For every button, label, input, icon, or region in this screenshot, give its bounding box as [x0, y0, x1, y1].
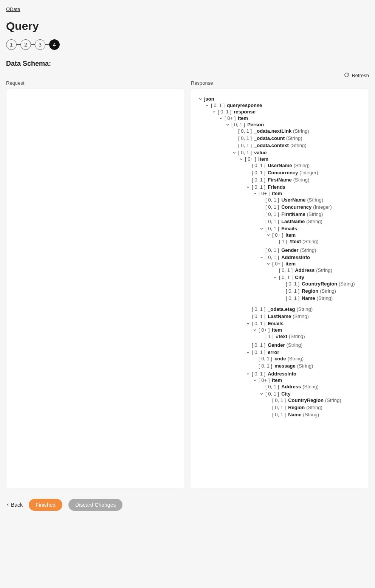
cardinality: [ 0, 1 ] — [265, 204, 280, 210]
tree-row[interactable]: [ 0, 1 ] City — [273, 275, 365, 280]
tree-row[interactable]: json — [198, 96, 365, 102]
tree-row[interactable]: [ 0+ ] item — [266, 232, 365, 238]
tree-row[interactable]: [ 0, 1 ] Friends — [246, 184, 365, 190]
wizard-step-3[interactable]: 3 — [35, 39, 45, 50]
chevron-down-icon[interactable] — [259, 227, 264, 231]
tree-row[interactable]: [ 0, 1 ] AddressInfo — [246, 371, 365, 377]
chevron-down-icon[interactable] — [212, 110, 216, 114]
tree-row[interactable]: [ 0+ ] item — [253, 327, 365, 333]
tree-row[interactable]: [ 0, 1 ] value — [232, 150, 365, 155]
tree-node: [ 0, 1 ] Gender (String) — [246, 341, 365, 349]
node-name: FirstName — [281, 211, 305, 217]
chevron-down-icon[interactable] — [239, 157, 243, 161]
tree-row: [ 0, 1 ] FirstName (String) — [246, 177, 365, 183]
chevron-down-icon[interactable] — [253, 379, 257, 382]
node-name: item — [272, 377, 282, 383]
tree-row[interactable]: [ 0, 1 ] Emails — [246, 321, 365, 326]
tree-node: [ 0, 1 ] value[ 0+ ] item[ 0, 1 ] UserNa… — [232, 149, 365, 422]
tree-node: [ 0, 1 ] UserName (String) — [246, 162, 365, 169]
discard-button[interactable]: Discard Changes — [68, 499, 122, 511]
cardinality: [ 0, 1 ] — [265, 247, 280, 253]
tree-row[interactable]: [ 0, 1 ] error — [246, 349, 365, 355]
node-name: Region — [288, 405, 305, 410]
cardinality: [ 0+ ] — [225, 115, 236, 121]
refresh-label: Refresh — [352, 73, 369, 78]
back-button[interactable]: Back — [6, 502, 23, 508]
node-type: (String) — [325, 397, 341, 403]
node-type: (String) — [339, 281, 355, 287]
node-name: item — [285, 232, 296, 238]
node-name: item — [285, 261, 296, 267]
tree-node: [ 0, 1 ] City[ 0, 1 ] CountryRegion (Str… — [273, 274, 365, 303]
cardinality: [ 0, 1 ] — [238, 135, 253, 141]
chevron-down-icon[interactable] — [205, 104, 209, 107]
tree-node: [ 0, 1 ] _odata.nextLink (String) — [232, 127, 365, 135]
cardinality: [ 0, 1 ] — [286, 281, 300, 287]
tree-node: [ 0, 1 ] CountryRegion (String) — [266, 397, 365, 404]
wizard-connector — [17, 44, 20, 45]
finished-button[interactable]: Finished — [29, 499, 62, 511]
tree-node: [ 0+ ] item[ 0, 1 ] Address (String)[ 0,… — [266, 260, 365, 303]
wizard-step-4[interactable]: 4 — [49, 39, 60, 50]
tree-node: [ 0, 1 ] AddressInfo[ 0+ ] item[ 0, 1 ] … — [259, 254, 365, 304]
chevron-down-icon[interactable] — [266, 262, 271, 266]
breadcrumb-odata[interactable]: OData — [6, 6, 20, 12]
chevron-down-icon[interactable] — [253, 192, 257, 195]
chevron-down-icon[interactable] — [232, 151, 237, 155]
tree-row[interactable]: [ 0, 1 ] queryresponse — [205, 102, 365, 108]
tree-node: [ 0, 1 ] _odata.etag (String) — [246, 306, 365, 313]
node-type: (String) — [287, 342, 303, 348]
tree-node: [ 0, 1 ] Region (String) — [280, 287, 365, 295]
chevron-down-icon[interactable] — [246, 372, 250, 376]
tree-node: [ 0+ ] item[ 1 ] #text (String) — [266, 231, 365, 246]
tree-row[interactable]: [ 0+ ] item — [239, 156, 365, 162]
node-type: (Integer) — [299, 170, 318, 175]
chevron-down-icon[interactable] — [259, 392, 264, 396]
tree-row: [ 0, 1 ] LastName (String) — [246, 313, 365, 319]
cardinality: [ 0, 1 ] — [259, 356, 273, 361]
cardinality: [ 0, 1 ] — [279, 275, 293, 280]
chevron-down-icon[interactable] — [225, 123, 230, 127]
node-name: Concurrency — [268, 170, 298, 175]
cardinality: [ 0, 1 ] — [265, 391, 280, 397]
refresh-button[interactable]: Refresh — [344, 72, 369, 79]
node-name: error — [268, 349, 279, 355]
tree-node: [ 0, 1 ] City[ 0, 1 ] CountryRegion (Str… — [259, 390, 365, 419]
tree-row[interactable]: [ 0, 1 ] response — [212, 109, 365, 115]
tree-row[interactable]: [ 0, 1 ] City — [259, 391, 365, 397]
tree-row[interactable]: [ 0+ ] item — [253, 377, 365, 383]
chevron-down-icon[interactable] — [273, 276, 277, 279]
tree-row[interactable]: [ 0, 1 ] AddressInfo — [259, 254, 365, 260]
cardinality: [ 0, 1 ] — [272, 412, 287, 417]
node-name: _odata.count — [254, 135, 285, 141]
chevron-down-icon[interactable] — [259, 256, 264, 259]
tree-node: [ 1 ] #text (String) — [259, 333, 365, 340]
cardinality: [ 0, 1 ] — [252, 306, 266, 312]
tree-row[interactable]: [ 0, 1 ] Emails — [259, 226, 365, 231]
request-label: Request — [6, 80, 184, 86]
chevron-down-icon[interactable] — [246, 185, 250, 189]
wizard-step-1[interactable]: 1 — [6, 39, 17, 50]
node-type: (String) — [307, 197, 323, 203]
response-label: Response — [191, 80, 369, 86]
cardinality: [ 0, 1 ] — [252, 371, 266, 377]
tree-node: [ 0, 1 ] Friends[ 0+ ] item[ 0, 1 ] User… — [246, 183, 365, 306]
cardinality: [ 0, 1 ] — [252, 313, 266, 319]
tree-row[interactable]: [ 0+ ] item — [266, 261, 365, 267]
chevron-down-icon[interactable] — [266, 233, 271, 237]
node-name: _odata.etag — [268, 306, 295, 312]
node-name: Region — [302, 288, 318, 294]
chevron-down-icon[interactable] — [218, 116, 223, 120]
tree-row[interactable]: [ 0+ ] item — [253, 191, 365, 196]
chevron-down-icon[interactable] — [246, 351, 250, 354]
wizard-step-2[interactable]: 2 — [20, 39, 31, 50]
tree-node: [ 0, 1 ] Name (String) — [266, 411, 365, 418]
tree-row[interactable]: [ 0, 1 ] Person — [225, 122, 365, 127]
tree-row[interactable]: [ 0+ ] item — [218, 115, 365, 121]
page-title: Query — [6, 20, 369, 33]
chevron-down-icon[interactable] — [246, 322, 250, 326]
chevron-down-icon[interactable] — [198, 97, 203, 101]
tree-row: [ 0, 1 ] UserName (String) — [246, 163, 365, 168]
chevron-down-icon[interactable] — [253, 328, 257, 332]
cardinality: [ 0, 1 ] — [265, 219, 280, 224]
